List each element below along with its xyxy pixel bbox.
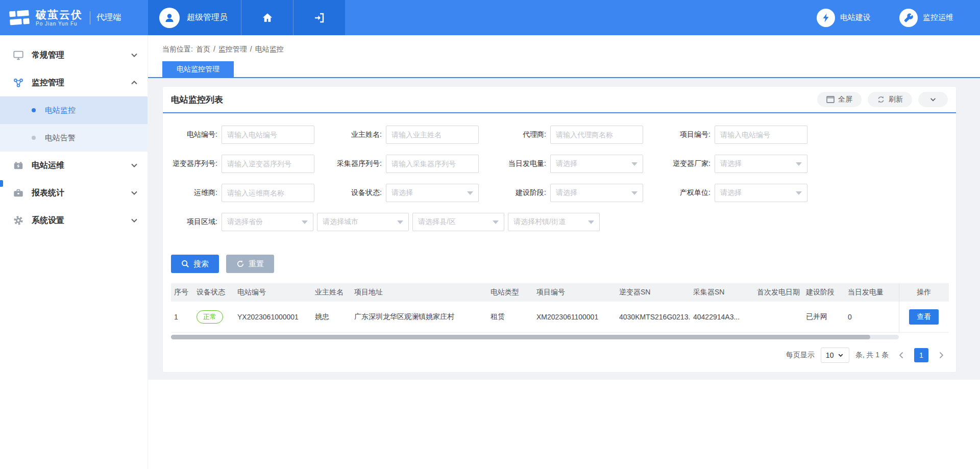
cell-project-no: XM2023061100001 [533,302,616,332]
caret-down-icon [302,220,308,224]
home-button[interactable] [241,0,293,35]
avatar[interactable] [159,8,180,28]
tab-station-monitor-mgmt[interactable]: 电站监控管理 [162,61,234,77]
caret-down-icon [397,220,403,224]
cell-station-type: 租赁 [487,302,533,332]
filter-device-status: 设备状态: 请选择 [335,184,480,202]
battery-bolt-icon [12,159,24,171]
app-root: 破茧云伏 Po Jian Yun Fu 代理端 超级管理员 [0,0,980,469]
select-placeholder: 请选择 [556,159,577,168]
breadcrumb-item-home[interactable]: 首页 [196,45,210,54]
col-build-stage: 建设阶段 [803,283,845,302]
col-first-power-date: 首次发电日期 [754,283,803,302]
per-page-select[interactable]: 10 [821,348,849,363]
daily-power-select[interactable]: 请选择 [550,155,643,173]
gear-icon [12,214,24,227]
cell-device-status: 正常 [193,302,234,332]
inverter-vendor-select[interactable]: 请选择 [715,155,807,173]
sidebar-edge-indicator [0,180,3,187]
quick-link-station-build[interactable]: 电站建设 [817,9,871,27]
build-stage-select[interactable]: 请选择 [550,184,643,202]
brand-title: 破茧云伏 [36,9,83,21]
inverter-sn-input[interactable] [222,155,314,173]
brand-text: 破茧云伏 Po Jian Yun Fu [36,9,83,27]
filter-ops-vendor: 运维商: [171,184,315,202]
fullscreen-label: 全屏 [838,95,852,104]
caret-down-icon [796,162,802,166]
logout-button[interactable] [293,0,345,35]
select-placeholder: 请选择 [556,188,577,198]
search-icon [181,260,189,268]
quick-link-label: 电站建设 [840,13,871,22]
caret-down-icon [796,191,802,195]
town-select[interactable]: 请选择村镇/街道 [508,213,600,231]
province-select[interactable]: 请选择省份 [222,213,313,231]
sidebar: 常规管理 监控管理 电站监控 电站告警 [0,35,148,469]
filter-owner-name: 业主姓名: [335,126,480,144]
breadcrumb-item-station-monitor[interactable]: 电站监控 [255,45,284,54]
search-button[interactable]: 搜索 [171,255,219,273]
sidebar-item-reports[interactable]: 报表统计 [0,179,148,207]
property-unit-select[interactable]: 请选择 [715,184,807,202]
refresh-button[interactable]: 刷新 [868,92,912,107]
scrollbar-thumb[interactable] [171,335,870,339]
cell-inverter-sn: 4030KMTS216G0213... [616,302,690,332]
project-no-input[interactable] [715,126,807,144]
select-placeholder: 请选择县/区 [418,217,456,227]
page-number-1[interactable]: 1 [914,348,928,362]
col-station-no: 电站编号 [234,283,312,302]
chevron-down-icon [130,189,138,197]
sidebar-item-general[interactable]: 常规管理 [0,41,148,69]
col-project-no: 项目编号 [533,283,616,302]
city-select[interactable]: 请选择城市 [317,213,409,231]
sidebar-subitem-label: 电站告警 [45,133,76,143]
sidebar-subitem-station-monitor[interactable]: 电站监控 [0,96,148,124]
chevron-right-icon [937,351,945,359]
filter-region-row: 项目区域: 请选择省份 请选择城市 请选择县/区 [171,213,948,231]
filter-label: 项目编号: [664,130,715,139]
content-band: 电站监控列表 全屏 [148,78,980,380]
breadcrumb-item-monitor-mgmt[interactable]: 监控管理 [218,45,247,54]
cell-index: 1 [171,302,193,332]
fullscreen-icon [826,96,835,103]
prev-page-button[interactable] [895,349,908,362]
filter-label: 设备状态: [335,188,386,198]
ops-vendor-input[interactable] [222,184,314,202]
reset-button[interactable]: 重置 [226,255,274,273]
brand-logo-icon [8,7,31,29]
per-page-value: 10 [826,351,834,359]
filter-form: 电站编号: 业主姓名: 代理商: 项目编号: [163,113,956,231]
brand-area: 破茧云伏 Po Jian Yun Fu 代理端 [0,0,148,35]
cell-build-stage: 已并网 [803,302,845,332]
sidebar-item-monitor-mgmt[interactable]: 监控管理 [0,69,148,96]
quick-link-monitor-ops[interactable]: 监控运维 [899,9,953,27]
user-name: 超级管理员 [187,12,228,23]
search-label: 搜索 [193,259,209,269]
view-button[interactable]: 查看 [909,309,939,325]
filter-inverter-vendor: 逆变器厂家: 请选择 [664,155,808,173]
collector-sn-input[interactable] [386,155,479,173]
per-page-label: 每页显示 [786,351,815,360]
station-no-input[interactable] [222,126,314,144]
sidebar-subitem-station-alarm[interactable]: 电站告警 [0,124,148,152]
sidebar-item-settings[interactable]: 系统设置 [0,207,148,234]
fullscreen-button[interactable]: 全屏 [817,92,862,107]
quick-link-label: 监控运维 [923,13,953,22]
chevron-down-icon [130,216,138,225]
select-placeholder: 请选择城市 [323,217,358,227]
next-page-button[interactable] [935,349,948,362]
region-selects: 请选择省份 请选择城市 请选择县/区 [222,213,600,231]
cell-station-no: YX2023061000001 [234,302,312,332]
agent-input[interactable] [550,126,643,144]
horizontal-scrollbar[interactable] [171,335,899,339]
district-select[interactable]: 请选择县/区 [412,213,504,231]
device-status-select[interactable]: 请选择 [386,184,479,202]
user-cell[interactable]: 超级管理员 [148,0,241,35]
select-placeholder: 请选择村镇/街道 [513,217,566,227]
sidebar-item-label: 电站运维 [32,160,130,171]
sidebar-item-station-ops[interactable]: 电站运维 [0,152,148,179]
collapse-button[interactable] [918,92,948,107]
owner-name-input[interactable] [386,126,479,144]
col-owner: 业主姓名 [312,283,351,302]
card-header: 电站监控列表 全屏 [163,87,956,113]
